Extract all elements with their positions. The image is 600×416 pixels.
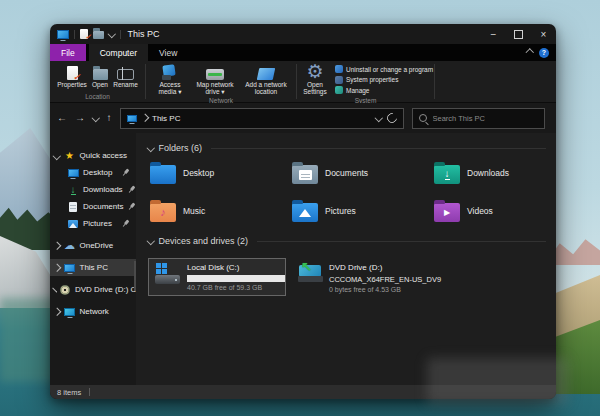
divider: [89, 388, 90, 396]
sidebar-item-pictures[interactable]: Pictures: [50, 215, 136, 232]
dvd-drive-icon: ↖: [298, 263, 323, 282]
section-title: Folders (6): [159, 143, 203, 153]
help-icon[interactable]: ?: [539, 48, 549, 58]
manage-button[interactable]: Manage: [335, 86, 433, 94]
pin-icon: [126, 200, 136, 212]
access-media-icon: [162, 65, 178, 80]
address-dropdown-icon[interactable]: [375, 114, 383, 122]
dropdown-icon: ▾: [221, 88, 224, 95]
pin-icon: [125, 183, 136, 195]
search-icon: [419, 114, 427, 122]
sidebar-item-label: This PC: [80, 263, 108, 272]
breadcrumb-chevron-icon[interactable]: [140, 114, 148, 122]
chevron-right-icon[interactable]: [53, 264, 61, 272]
tab-file[interactable]: File: [50, 44, 86, 61]
maximize-button[interactable]: [506, 24, 531, 44]
folder-label: Videos: [467, 206, 493, 216]
address-bar[interactable]: This PC: [120, 108, 404, 129]
sidebar-item-label: Pictures: [83, 219, 112, 228]
folder-label: Desktop: [183, 168, 214, 178]
qat-new-folder-icon[interactable]: [93, 31, 104, 39]
search-box[interactable]: [412, 108, 545, 129]
folder-tile-downloads[interactable]: ↓ Downloads: [434, 158, 556, 188]
sidebar-item-dvd-drive[interactable]: DVD Drive (D:) CCCO: [50, 281, 136, 298]
collapse-chevron-icon[interactable]: [147, 144, 155, 152]
properties-button[interactable]: ✓ Properties: [57, 64, 87, 88]
folder-tile-music[interactable]: ♪ Music: [150, 196, 292, 226]
pictures-folder-icon: [292, 203, 318, 222]
quick-access-star-icon: ★: [64, 150, 76, 162]
sidebar: ★ Quick access Desktop ↓ Downloads Docum…: [50, 133, 136, 385]
minimize-ribbon-icon[interactable]: [525, 49, 533, 57]
open-icon: [93, 69, 108, 80]
uninstall-program-button[interactable]: Uninstall or change a program: [335, 65, 433, 73]
breadcrumb[interactable]: This PC: [152, 114, 180, 123]
chevron-right-icon[interactable]: [53, 242, 61, 250]
chevron-down-icon[interactable]: [53, 152, 61, 160]
search-input[interactable]: [431, 113, 538, 124]
button-label: Add a network location: [241, 81, 291, 96]
open-settings-button[interactable]: ⚙ Open Settings: [299, 64, 331, 96]
drive-caption: 0 bytes free of 4.53 GB: [329, 286, 441, 293]
refresh-icon[interactable]: [385, 111, 399, 125]
folders-grid: Desktop Documents ↓ Downloads ♪ Music: [150, 158, 546, 226]
rename-button[interactable]: Rename: [113, 64, 138, 88]
pictures-icon: [68, 220, 78, 228]
forward-button[interactable]: →: [75, 113, 85, 123]
section-header-devices[interactable]: Devices and drives (2): [148, 236, 546, 246]
desktop: ✓ This PC − × File Computer View ?: [0, 0, 600, 416]
sidebar-item-this-pc[interactable]: This PC: [50, 259, 136, 276]
collapse-chevron-icon[interactable]: [147, 237, 155, 245]
dvd-disc-icon: [60, 285, 70, 295]
system-properties-button[interactable]: System properties: [335, 76, 433, 84]
uninstall-icon: [335, 65, 343, 73]
minimize-button[interactable]: −: [481, 24, 506, 44]
drive-tile-local-disk[interactable]: Local Disk (C:) 40.7 GB free of 59.3 GB: [148, 258, 286, 296]
tab-view[interactable]: View: [148, 44, 188, 61]
drive-tile-dvd[interactable]: ↖ DVD Drive (D:) CCCOMA_X64FRE_EN-US_DV9…: [296, 258, 443, 298]
this-pc-app-icon: [57, 30, 69, 39]
sidebar-item-network[interactable]: Network: [50, 303, 136, 320]
ribbon: ✓ Properties Open Rename Location: [50, 61, 556, 103]
videos-folder-icon: ▶: [434, 203, 460, 222]
open-button[interactable]: Open: [92, 64, 108, 88]
qat-customize-chevron-icon[interactable]: [108, 30, 116, 38]
access-media-button[interactable]: Access media ▾: [151, 64, 189, 96]
close-button[interactable]: ×: [531, 24, 556, 44]
folder-tile-desktop[interactable]: Desktop: [150, 158, 292, 188]
network-icon: [64, 308, 75, 316]
folder-tile-documents[interactable]: Documents: [292, 158, 434, 188]
drive-name: DVD Drive (D:): [329, 263, 441, 272]
pin-icon: [119, 166, 131, 178]
sidebar-item-desktop[interactable]: Desktop: [50, 164, 136, 181]
sidebar-item-onedrive[interactable]: ☁ OneDrive: [50, 237, 136, 254]
tab-computer[interactable]: Computer: [89, 44, 148, 61]
disk-usage-bar: [187, 275, 285, 282]
ribbon-group-location: ✓ Properties Open Rename Location: [50, 61, 145, 102]
sidebar-item-downloads[interactable]: ↓ Downloads: [50, 181, 136, 198]
dropdown-icon: ▾: [178, 88, 181, 95]
map-network-drive-button[interactable]: Map network drive ▾: [192, 64, 238, 96]
folder-tile-pictures[interactable]: Pictures: [292, 196, 434, 226]
sidebar-item-quick-access[interactable]: ★ Quick access: [50, 147, 136, 164]
chevron-right-icon[interactable]: [52, 287, 57, 292]
system-properties-icon: [335, 76, 343, 84]
chevron-right-icon[interactable]: [53, 308, 61, 316]
properties-icon: ✓: [67, 66, 78, 80]
sidebar-scrollbar[interactable]: [134, 261, 136, 291]
recent-locations-chevron-icon[interactable]: [92, 114, 100, 122]
sidebar-item-documents[interactable]: Documents: [50, 198, 136, 215]
check-icon: ✓: [85, 33, 91, 41]
music-folder-icon: ♪: [150, 203, 176, 222]
rename-icon: [117, 69, 134, 80]
add-network-location-button[interactable]: Add a network location: [241, 64, 291, 96]
qat-properties-icon[interactable]: ✓: [80, 29, 88, 39]
title-bar[interactable]: ✓ This PC − ×: [50, 24, 556, 44]
up-button[interactable]: ↑: [107, 113, 112, 123]
folder-tile-videos[interactable]: ▶ Videos: [434, 196, 556, 226]
back-button[interactable]: ←: [57, 113, 67, 123]
section-header-folders[interactable]: Folders (6): [148, 143, 546, 153]
sidebar-item-label: Documents: [83, 202, 123, 211]
folder-label: Pictures: [325, 206, 356, 216]
button-label: Uninstall or change a program: [346, 66, 433, 73]
